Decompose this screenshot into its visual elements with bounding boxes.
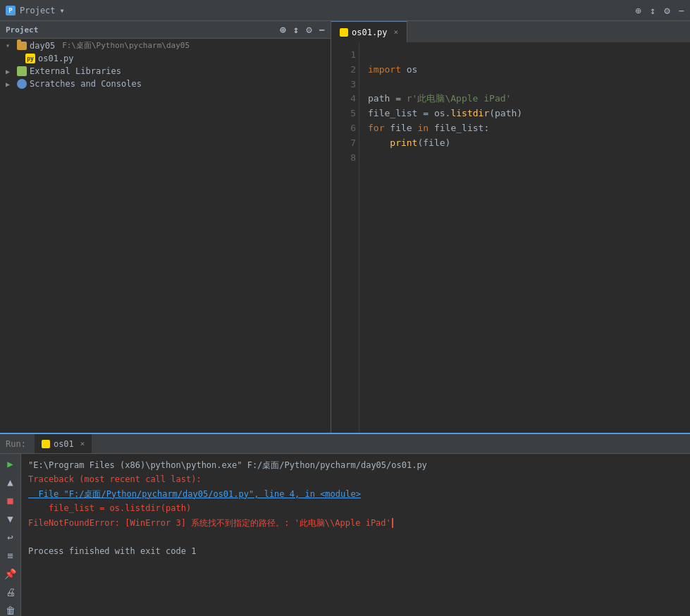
- collapse-all-icon[interactable]: ↕: [293, 24, 299, 35]
- sidebar: Project ⊕ ↕ ⚙ − ▾ day05 F:\桌面\Python\pyc…: [0, 21, 331, 433]
- project-icon: P: [6, 6, 16, 16]
- output-finished: Process finished with exit code 1: [28, 544, 683, 558]
- ln-8: 8: [337, 151, 356, 166]
- title-bar-right: ⊕ ↕ ⚙ −: [635, 5, 684, 16]
- run-content-wrapper: ▶ ▲ ■ ▼ ↩ ≡ 📌 🖨 🗑 "E:\Program Files (x86…: [0, 454, 690, 616]
- ln-1: 1: [337, 48, 356, 63]
- folder-path-day05: F:\桌面\Python\pycharm\day05: [62, 40, 190, 51]
- output-file-link[interactable]: File "F:/桌面/Python/pycharm/day05/os01.py…: [28, 487, 683, 501]
- editor-tab-os01[interactable]: os01.py ×: [331, 21, 407, 42]
- tab-close-btn[interactable]: ×: [394, 27, 399, 37]
- run-up-btn[interactable]: ▲: [4, 476, 18, 488]
- settings-icon[interactable]: ⚙: [306, 24, 312, 35]
- run-tab-icon: [42, 440, 50, 448]
- py-icon-os01: py: [25, 54, 35, 63]
- title-bar: P Project ▾ ⊕ ↕ ⚙ −: [0, 0, 690, 21]
- code-line-1: import os: [368, 64, 417, 75]
- code-area: 1 2 3 4 5 6 7 8 import os path = r'此电脑\A…: [331, 42, 690, 433]
- ln-7: 7: [337, 136, 356, 151]
- code-content[interactable]: import os path = r'此电脑\Apple iPad' file_…: [359, 42, 690, 433]
- external-libs-label: External Libraries: [30, 66, 121, 76]
- tab-file-icon: [340, 28, 348, 37]
- run-label: Run:: [6, 439, 26, 449]
- expand-arrow-day05: ▾: [6, 42, 14, 49]
- code-line-6: print(file): [368, 137, 450, 148]
- file-label-os01: os01.py: [38, 54, 74, 63]
- editor-pane: os01.py × 1 2 3 4 5 6 7 8 import os path…: [331, 21, 690, 433]
- ln-2: 2: [337, 63, 356, 78]
- run-align-btn[interactable]: ≡: [4, 550, 18, 561]
- line-numbers: 1 2 3 4 5 6 7 8: [331, 42, 359, 433]
- run-sidebar: ▶ ▲ ■ ▼ ↩ ≡ 📌 🖨 🗑: [0, 454, 21, 616]
- run-play-btn[interactable]: ▶: [4, 458, 18, 469]
- sidebar-title: Project: [6, 25, 38, 35]
- editor-tab-bar: os01.py ×: [331, 21, 690, 42]
- sidebar-header-left: Project: [6, 25, 38, 35]
- swap-icon[interactable]: ↕: [650, 5, 655, 16]
- tree-item-day05[interactable]: ▾ day05 F:\桌面\Python\pycharm\day05: [0, 39, 331, 52]
- output-error-msg: FileNotFoundError: [WinError 3] 系统找不到指定的…: [28, 516, 683, 530]
- ln-3: 3: [337, 78, 356, 92]
- tab-filename: os01.py: [352, 27, 388, 37]
- sync-icon[interactable]: ⊕: [635, 5, 641, 16]
- code-line-5: for file in file_list:: [368, 123, 489, 133]
- output-blank: [28, 530, 683, 544]
- main-content: Project ⊕ ↕ ⚙ − ▾ day05 F:\桌面\Python\pyc…: [0, 21, 690, 433]
- output-code-ref: file_list = os.listdir(path): [28, 501, 683, 515]
- folder-label-day05: day05: [30, 41, 55, 51]
- gear-icon[interactable]: ⚙: [664, 5, 670, 16]
- code-line-3: path = r'此电脑\Apple iPad': [368, 93, 511, 104]
- bottom-panel: Run: os01 × ▶ ▲ ■ ▼ ↩ ≡ 📌 🖨 🗑 "E:\Progra…: [0, 433, 690, 616]
- project-title: Project: [20, 6, 56, 16]
- ln-6: 6: [337, 121, 356, 136]
- sidebar-header: Project ⊕ ↕ ⚙ −: [0, 21, 331, 39]
- run-tab-close[interactable]: ×: [80, 439, 85, 448]
- expand-arrow-ext: ▶: [6, 68, 14, 75]
- dropdown-arrow[interactable]: ▾: [60, 6, 65, 16]
- sidebar-header-icons: ⊕ ↕ ⚙ −: [280, 24, 325, 35]
- code-line-4: file_list = os.listdir(path): [368, 108, 522, 118]
- run-tab-os01[interactable]: os01 ×: [35, 434, 92, 453]
- run-wrap-btn[interactable]: ↩: [4, 531, 18, 543]
- run-tab-bar: Run: os01 ×: [0, 434, 690, 454]
- run-output: "E:\Program Files (x86)\python\python.ex…: [21, 454, 690, 616]
- tree-item-os01[interactable]: py os01.py: [0, 52, 331, 65]
- expand-arrow-scratch: ▶: [6, 80, 14, 88]
- output-cmd: "E:\Program Files (x86)\python\python.ex…: [28, 458, 683, 472]
- run-tab-name: os01: [54, 439, 74, 449]
- expand-all-icon[interactable]: ⊕: [280, 24, 285, 35]
- run-pin-btn[interactable]: 📌: [4, 568, 18, 579]
- folder-icon-day05: [17, 42, 27, 50]
- run-print-btn[interactable]: 🖨: [4, 586, 18, 598]
- tree-item-external-libs[interactable]: ▶ External Libraries: [0, 65, 331, 78]
- minimize-icon[interactable]: −: [679, 5, 684, 16]
- run-stop-btn[interactable]: ■: [4, 495, 18, 506]
- scratches-label: Scratches and Consoles: [30, 79, 142, 89]
- close-icon[interactable]: −: [319, 24, 325, 35]
- lib-icon: [17, 66, 27, 76]
- run-down-btn[interactable]: ▼: [4, 513, 18, 524]
- ln-5: 5: [337, 106, 356, 121]
- scratch-icon: [17, 79, 27, 89]
- title-bar-left: P Project ▾: [6, 6, 65, 16]
- ln-4: 4: [337, 92, 356, 106]
- run-delete-btn[interactable]: 🗑: [4, 605, 18, 616]
- tree-item-scratches[interactable]: ▶ Scratches and Consoles: [0, 78, 331, 90]
- output-traceback: Traceback (most recent call last):: [28, 472, 683, 486]
